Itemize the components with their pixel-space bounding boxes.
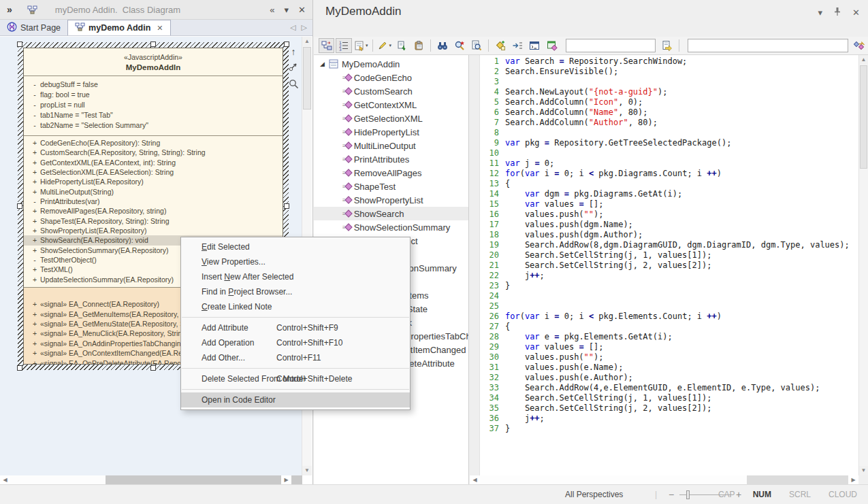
operation-row[interactable]: +CustomSearch(EA.Repository, String, Str… — [24, 148, 283, 157]
scroll-up-icon[interactable]: ▲ — [859, 55, 868, 65]
operation-row[interactable]: +HidePropertyList(EA.Repository) — [24, 177, 283, 186]
menu-item-view-properties[interactable]: View Properties... — [181, 254, 410, 269]
zoom-slider-thumb[interactable] — [686, 490, 690, 499]
element-browser-icon[interactable] — [319, 38, 334, 53]
tree-item-ShowSearch[interactable]: ≡ShowSearch — [314, 207, 468, 220]
chevron-down-icon[interactable]: ▾ — [818, 7, 823, 18]
tree-item-RemoveAllPages[interactable]: ≡RemoveAllPages — [314, 166, 468, 180]
resize-handle-s[interactable] — [150, 365, 156, 371]
edit-pencil-icon[interactable]: ▾ — [376, 38, 392, 53]
scrollbar-thumb[interactable] — [860, 65, 867, 169]
menu-item-add-other[interactable]: Add Other...Control+F11 — [181, 350, 410, 365]
tree-item-PrintAttributes[interactable]: ≡PrintAttributes — [314, 152, 468, 166]
quick-linker-icon[interactable] — [287, 62, 300, 74]
scroll-right-icon[interactable]: ▶ — [281, 475, 291, 484]
operation-row[interactable]: +ShowPropertyList(EA.Repository) — [24, 226, 283, 235]
scroll-up-icon[interactable]: ▲ — [302, 37, 312, 46]
operation-row[interactable]: +GetContextXML(EA.EAContext, int): Strin… — [24, 158, 283, 167]
menu-item-add-attribute[interactable]: Add AttributeControl+Shift+F9 — [181, 320, 410, 335]
attribute-row[interactable]: -tab1Name = "Test Tab" — [24, 110, 283, 120]
toolbar-search-input[interactable] — [688, 39, 848, 52]
scroll-left-icon[interactable]: ◀ — [470, 475, 480, 484]
tree-item-CustomSearch[interactable]: ≡CustomSearch — [314, 84, 468, 98]
tab-close-icon[interactable]: ✕ — [157, 24, 163, 33]
tree-item-HidePropertyList[interactable]: ≡HidePropertyList — [314, 125, 468, 139]
scroll-left-icon[interactable]: ◀ — [0, 475, 10, 484]
operation-row[interactable]: +RemoveAllPages(EA.Repository, string) — [24, 206, 283, 216]
copy-generate-icon[interactable] — [393, 38, 409, 53]
menu-item-edit-selected[interactable]: Edit Selected — [181, 239, 410, 254]
editor-horizontal-scrollbar[interactable]: ◀ ▶ — [470, 475, 858, 484]
scroll-right-icon[interactable]: ▶ — [848, 475, 858, 484]
resize-handle-w[interactable] — [17, 203, 22, 209]
toolbar-filter-input[interactable] — [566, 39, 656, 52]
chevron-down-icon[interactable]: ▾ — [285, 5, 289, 15]
scroll-down-icon[interactable]: ▼ — [859, 466, 868, 475]
toggle-cap[interactable]: CAP — [718, 490, 735, 499]
paste-icon[interactable] — [411, 38, 427, 53]
up-arrow-icon[interactable]: ↑ — [287, 46, 300, 57]
perspectives-selector[interactable]: All Perspectives — [565, 490, 623, 499]
close-icon[interactable]: ✕ — [852, 7, 860, 18]
scrollbar-thumb[interactable] — [303, 47, 311, 110]
resize-handle-sw[interactable] — [17, 365, 22, 371]
resize-handle-nw[interactable] — [17, 41, 22, 47]
attribute-row[interactable]: -tab2Name = "Selection Summary" — [24, 120, 283, 131]
tab-prev-icon[interactable]: ◁ — [290, 23, 295, 32]
close-icon[interactable]: ✕ — [298, 5, 306, 15]
resize-handle-ne[interactable] — [284, 41, 289, 47]
operation-row[interactable]: +MultiLineOutput(String) — [24, 187, 283, 197]
resize-handle-n[interactable] — [150, 41, 156, 47]
scroll-down-icon[interactable]: ▼ — [302, 466, 312, 475]
menu-item-add-operation[interactable]: Add OperationControl+Shift+F10 — [181, 335, 410, 350]
find-binoculars-icon[interactable] — [434, 38, 450, 53]
resize-handle-e[interactable] — [284, 203, 289, 209]
menu-item-insert-new-after-selected[interactable]: Insert New After Selected — [181, 269, 410, 284]
traceability-icon[interactable] — [852, 38, 867, 53]
new-element-icon[interactable] — [492, 38, 508, 53]
tree-item-GetContextXML[interactable]: ≡GetContextXML — [314, 98, 468, 112]
attribute-row[interactable]: -flag: bool = true — [24, 90, 283, 100]
menu-item-delete-selected-from-model[interactable]: Delete Selected From ModelControl+Shift+… — [181, 371, 410, 386]
chevrons-right-icon[interactable]: » — [7, 4, 12, 15]
collapse-left-icon[interactable]: « — [270, 5, 274, 15]
tree-item-CodeGenEcho[interactable]: ≡CodeGenEcho — [314, 71, 468, 84]
operation-row[interactable]: +GetSelectionXML(EA.EASelection): String — [24, 167, 283, 177]
menu-item-create-linked-note[interactable]: Create Linked Note — [181, 299, 410, 314]
operation-row[interactable]: +ShapeTest(EA.Repository, String): Strin… — [24, 216, 283, 226]
tree-item-GetSelectionXML[interactable]: ≡GetSelectionXML — [314, 112, 468, 125]
scrollbar-thumb[interactable] — [10, 475, 106, 484]
set-focus-icon[interactable] — [509, 38, 525, 53]
toggle-scrl[interactable]: SCRL — [789, 490, 811, 499]
attribute-row[interactable]: -propList = null — [24, 100, 283, 110]
attribute-row[interactable]: -debugStuff = false — [24, 80, 283, 90]
zoom-out-icon[interactable]: − — [669, 489, 674, 500]
zoom-magnifier-icon[interactable] — [287, 79, 300, 92]
diagram-horizontal-scrollbar[interactable]: ◀ ▶ — [0, 475, 302, 484]
tree-item-MultiLineOutput[interactable]: ≡MultiLineOutput — [314, 139, 468, 152]
menu-item-find-in-project-browser[interactable]: Find in Project Browser... — [181, 284, 410, 299]
script-window-icon[interactable] — [527, 38, 543, 53]
toggle-num[interactable]: NUM — [753, 490, 771, 499]
goto-icon[interactable] — [659, 38, 675, 53]
search-files-icon[interactable] — [469, 38, 485, 53]
tree-root-MyDemoAddin[interactable]: ◢MyDemoAddin — [314, 57, 468, 71]
menu-item-open-in-code-editor[interactable]: Open in Code Editor — [181, 392, 410, 407]
tab-next-icon[interactable]: ▷ — [302, 23, 307, 32]
operation-row[interactable]: -PrintAttributes(var) — [24, 197, 283, 206]
element-notes-icon[interactable] — [544, 38, 560, 53]
tab-mydemo-addin[interactable]: myDemo Addin ✕ — [67, 20, 170, 35]
tree-item-ShowPropertyList[interactable]: ≡ShowPropertyList — [314, 193, 468, 207]
tree-item-ShapeTest[interactable]: ≡ShapeTest — [314, 180, 468, 193]
code-editor[interactable]: 1var Search = Repository.SearchWindow;2S… — [470, 55, 868, 484]
search-model-icon[interactable] — [451, 38, 467, 53]
scrollbar-thumb[interactable] — [480, 475, 747, 484]
operation-row[interactable]: +CodeGenEcho(EA.Repository): String — [24, 138, 283, 148]
toggle-cloud[interactable]: CLOUD — [829, 490, 857, 499]
tree-item-ShowSelectionSummary[interactable]: ≡ShowSelectionSummary — [314, 220, 468, 234]
tab-start-page[interactable]: Start Page — [0, 20, 67, 35]
numbered-list-icon[interactable]: 123 — [336, 38, 351, 53]
editor-vertical-scrollbar[interactable]: ▲ ▼ — [858, 55, 868, 475]
pin-icon[interactable] — [833, 7, 841, 18]
properties-icon[interactable]: ▾ — [353, 38, 369, 53]
